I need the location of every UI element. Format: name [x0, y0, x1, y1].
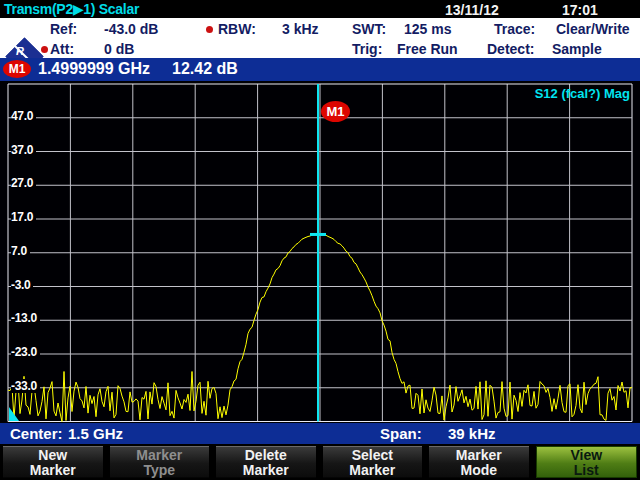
- rbw-value[interactable]: 3 kHz: [282, 21, 319, 37]
- att-status-dot-icon: [41, 46, 48, 53]
- marker-frequency-value[interactable]: 1.4999999 GHz: [38, 60, 150, 78]
- frequency-status-bar: Center: 1.5 GHz Span: 39 kHz: [0, 423, 640, 444]
- att-value[interactable]: 0 dB: [104, 41, 134, 57]
- marker-readout-bar: M1 1.4999999 GHz 12.42 dB: [0, 58, 640, 81]
- detect-value[interactable]: Sample: [552, 41, 602, 57]
- y-axis-label: 37.0: [11, 143, 36, 157]
- trig-label: Trig:: [352, 41, 382, 57]
- y-axis-label: 27.0: [11, 176, 36, 190]
- softkey-marker-mode[interactable]: MarkerMode: [429, 446, 529, 478]
- ref-level-indicator-icon: [9, 407, 19, 421]
- spectrum-plot-area[interactable]: S12 (fcal?) Mag M1 47.037.027.017.07.0-3…: [0, 81, 640, 423]
- marker-m1-badge: M1: [3, 60, 31, 78]
- softkey-delete-marker[interactable]: DeleteMarker: [216, 446, 316, 478]
- swt-label: SWT:: [352, 21, 386, 37]
- trace-value[interactable]: Clear/Write: [556, 21, 630, 37]
- att-label: Att:: [50, 41, 74, 57]
- swt-value[interactable]: 125 ms: [404, 21, 451, 37]
- span-label: Span:: [380, 423, 422, 444]
- time-text: 17:01: [562, 2, 598, 18]
- date-text: 13/11/12: [445, 2, 499, 18]
- detect-label: Detect:: [487, 41, 534, 57]
- title-bar: Transm(P2▶1) Scalar 13/11/12 17:01: [0, 0, 640, 18]
- trace-legend-label: S12 (fcal?) Mag: [535, 86, 630, 101]
- instrument-screen: Transm(P2▶1) Scalar 13/11/12 17:01 R S R…: [0, 0, 640, 480]
- trace-label: Trace:: [494, 21, 535, 37]
- span-value[interactable]: 39 kHz: [448, 423, 496, 444]
- spectrum-plot-svg: [0, 81, 640, 423]
- softkey-bar: NewMarker MarkerType DeleteMarker Select…: [0, 444, 640, 480]
- marker-level-value: 12.42 dB: [172, 60, 238, 78]
- measurement-mode-title: Transm(P2▶1) Scalar: [4, 1, 139, 17]
- rbw-label: RBW:: [218, 21, 256, 37]
- y-axis-label: 47.0: [11, 109, 36, 123]
- ref-value[interactable]: -43.0 dB: [104, 21, 158, 37]
- softkey-marker-type: MarkerType: [110, 446, 210, 478]
- rbw-status-dot-icon: [206, 26, 213, 33]
- softkey-view-list[interactable]: ViewList: [536, 446, 638, 478]
- y-axis-label: -13.0: [11, 311, 40, 325]
- y-axis-label: 7.0: [11, 244, 30, 258]
- ref-label: Ref:: [50, 21, 77, 37]
- y-axis-label: 17.0: [11, 210, 36, 224]
- softkey-select-marker[interactable]: SelectMarker: [323, 446, 423, 478]
- y-axis-label: -33.0: [11, 379, 40, 393]
- settings-band: R S Ref: -43.0 dB RBW: 3 kHz SWT: 125 ms…: [0, 18, 640, 58]
- y-axis-label: -23.0: [11, 345, 40, 359]
- softkey-new-marker[interactable]: NewMarker: [3, 446, 103, 478]
- trig-value[interactable]: Free Run: [397, 41, 458, 57]
- center-freq-label: Center:: [10, 423, 63, 444]
- marker-m1-flag[interactable]: M1: [321, 101, 350, 122]
- center-freq-value[interactable]: 1.5 GHz: [68, 423, 123, 444]
- y-axis-label: -3.0: [11, 278, 33, 292]
